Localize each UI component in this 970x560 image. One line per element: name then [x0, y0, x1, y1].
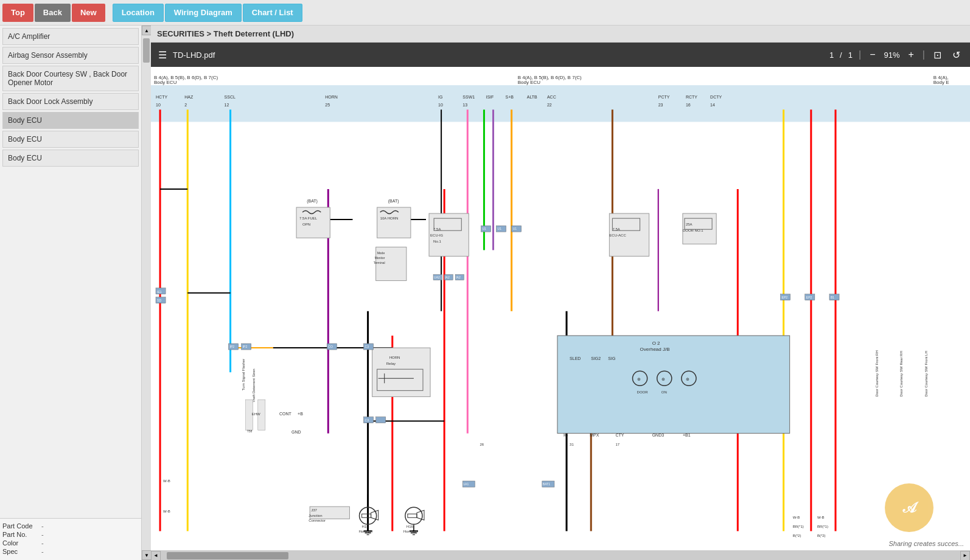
svg-text:RCTY: RCTY	[686, 95, 697, 99]
scroll-left-button[interactable]: ◄	[151, 551, 161, 561]
sidebar-wrapper: A/C AmplifierAirbag Sensor AssemblyBack …	[0, 26, 151, 560]
svg-text:SSW1: SSW1	[462, 95, 475, 99]
svg-text:UA2: UA2	[434, 275, 440, 279]
sidebar-item-1[interactable]: Airbag Sensor Assembly	[2, 47, 139, 64]
svg-text:Junction: Junction	[309, 514, 322, 517]
svg-text:IP2: IP2	[243, 345, 248, 348]
spec-label: Spec	[2, 548, 39, 555]
back-button[interactable]: Back	[35, 4, 71, 22]
pdf-divider2: |	[923, 49, 925, 60]
svg-text:C3: C3	[365, 345, 369, 348]
part-code-label: Part Code	[2, 522, 39, 530]
pdf-content[interactable]: B 4(A), B 5(B), B 6(D), B 7(C) Body ECU …	[151, 67, 970, 550]
pdf-page-current: 1	[829, 50, 834, 60]
svg-text:HORN: HORN	[389, 356, 400, 359]
sidebar-item-2[interactable]: Back Door Courtesy SW , Back Door Opener…	[2, 66, 139, 91]
watermark: 𝒜	[885, 483, 933, 532]
pdf-zoom-in-button[interactable]: +	[906, 48, 916, 61]
toolbar: Top Back New Location Wiring Diagram Cha…	[0, 0, 970, 26]
location-button[interactable]: Location	[113, 4, 164, 22]
svg-text:U1: U1	[513, 227, 517, 230]
pdf-viewer: ☰ TD-LHD.pdf 1 / 1 | − 91% + | ⊡ ↺	[151, 43, 970, 560]
svg-text:(BAT): (BAT)	[388, 199, 399, 204]
svg-text:16: 16	[686, 103, 691, 107]
spec-row: Spec -	[2, 548, 139, 555]
sidebar-item-0[interactable]: A/C Amplifier	[2, 28, 139, 45]
bottom-scroll-track[interactable]	[161, 551, 960, 561]
new-button[interactable]: New	[72, 4, 105, 22]
svg-text:SLED: SLED	[570, 356, 581, 361]
svg-text:CTY: CTY	[615, 433, 624, 437]
pdf-menu-icon[interactable]: ☰	[158, 49, 167, 61]
svg-text:17: 17	[615, 443, 619, 446]
svg-text:Theft Deterrent Siren: Theft Deterrent Siren	[252, 368, 256, 403]
svg-text:13: 13	[462, 103, 467, 107]
svg-text:Turn Signal Flasher: Turn Signal Flasher	[242, 359, 245, 390]
svg-text:IA2: IA2	[445, 275, 450, 279]
svg-text:22: 22	[547, 103, 552, 107]
svg-text:B(*2): B(*2)	[793, 534, 801, 538]
pdf-fit-page-icon[interactable]: ⊡	[931, 48, 944, 62]
sidebar-item-6[interactable]: Body ECU	[2, 150, 139, 167]
svg-text:10A HORN: 10A HORN	[380, 216, 399, 220]
svg-text:DCTY: DCTY	[710, 95, 722, 99]
wiring-diagram-button[interactable]: Wiring Diagram	[165, 4, 242, 22]
pdf-toolbar: ☰ TD-LHD.pdf 1 / 1 | − 91% + | ⊡ ↺	[151, 43, 970, 67]
svg-text:26: 26	[480, 443, 484, 446]
svg-text:Door Courtesy SW Rear RH: Door Courtesy SW Rear RH	[900, 351, 904, 396]
svg-text:+B: +B	[298, 412, 303, 416]
part-no-value: -	[41, 531, 44, 538]
svg-text:Overhead J/B: Overhead J/B	[640, 347, 670, 352]
svg-text:J37: J37	[311, 508, 317, 512]
svg-text:Body ECU: Body ECU	[154, 80, 177, 85]
top-button[interactable]: Top	[2, 4, 33, 22]
pdf-filename: TD-LHD.pdf	[173, 50, 823, 60]
svg-text:7.5A FUEL: 7.5A FUEL	[299, 216, 318, 220]
scrollbar-down-button[interactable]: ▼	[142, 550, 152, 560]
scroll-right-button[interactable]: ►	[960, 551, 970, 561]
svg-text:B1: B1	[831, 296, 834, 299]
svg-text:BR(*1): BR(*1)	[793, 525, 804, 528]
svg-text:OPN: OPN	[302, 223, 310, 226]
sidebar-item-4[interactable]: Body ECU	[2, 112, 139, 129]
chart-list-button[interactable]: Chart / List	[243, 4, 302, 22]
spec-value: -	[41, 548, 44, 555]
breadcrumb-text: SECURITIES > Theft Deterrent (LHD)	[157, 29, 294, 38]
part-no-label: Part No.	[2, 531, 39, 538]
svg-text:ON: ON	[661, 390, 667, 394]
sidebar-item-5[interactable]: Body ECU	[2, 131, 139, 148]
svg-text:Body E: Body E	[933, 80, 949, 85]
svg-text:Door Courtesy SW Front RH: Door Courtesy SW Front RH	[875, 350, 879, 396]
svg-text:HCTY: HCTY	[156, 95, 167, 99]
svg-text:10: 10	[156, 103, 161, 107]
svg-text:O 2: O 2	[652, 340, 660, 346]
svg-text:ACC: ACC	[547, 95, 556, 99]
pdf-zoom-out-button[interactable]: −	[867, 48, 878, 61]
footer-label: Sharing creates succes...	[888, 540, 964, 547]
svg-text:H16: H16	[406, 525, 414, 528]
sidebar-item-3[interactable]: Back Door Lock Assembly	[2, 93, 139, 110]
svg-rect-0	[151, 85, 970, 122]
svg-text:CONT: CONT	[279, 412, 292, 416]
svg-text:31: 31	[570, 443, 574, 446]
svg-text:W-B: W-B	[793, 516, 800, 519]
scrollbar-thumb[interactable]	[143, 38, 150, 63]
svg-text:BAT1: BAT1	[543, 482, 550, 486]
svg-text:EP2: EP2	[782, 296, 788, 299]
bottom-scrollbar[interactable]: ◄ ►	[151, 550, 970, 560]
wiring-diagram-svg: B 4(A), B 5(B), B 6(D), B 7(C) Body ECU …	[151, 67, 970, 550]
scrollbar-up-button[interactable]: ▲	[142, 26, 152, 35]
svg-text:10: 10	[438, 103, 443, 107]
bottom-scroll-thumb[interactable]	[167, 552, 288, 559]
svg-text:Mode: Mode	[377, 251, 385, 255]
svg-rect-94	[296, 207, 330, 238]
svg-text:IP2: IP2	[230, 345, 235, 348]
svg-text:SD: SD	[157, 299, 161, 302]
svg-text:MPX: MPX	[590, 433, 599, 437]
pdf-divider1: |	[859, 49, 861, 60]
svg-text:1A1: 1A1	[463, 482, 469, 486]
pdf-rotate-icon[interactable]: ↺	[950, 48, 963, 62]
svg-text:(BAT): (BAT)	[307, 199, 318, 204]
svg-text:Terminal: Terminal	[374, 261, 385, 264]
sidebar-list[interactable]: A/C AmplifierAirbag Sensor AssemblyBack …	[0, 26, 141, 518]
